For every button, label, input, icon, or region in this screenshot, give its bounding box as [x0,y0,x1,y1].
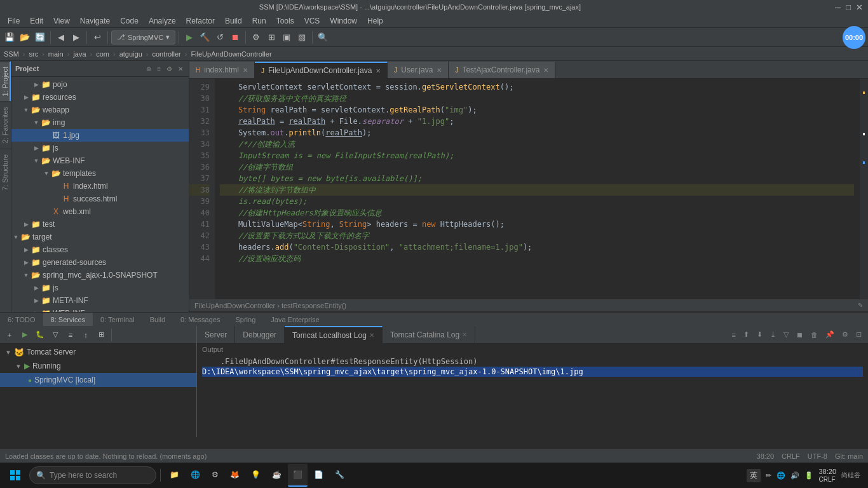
run-button[interactable]: ▶ [182,30,196,44]
service-tab-javaee[interactable]: Java Enterprise [263,313,327,327]
srv-item-running[interactable]: ▼ ▶ Running [0,359,196,373]
srv-group[interactable]: ≡ [64,328,78,342]
tree-item-webxml[interactable]: X web.xml [11,205,189,218]
panel-label-structure[interactable]: 7: Structure [0,149,11,196]
tree-arrow-target[interactable]: ▼ [11,234,20,240]
btm-tool-pin[interactable]: 📌 [823,329,837,340]
sidebar-tool-3[interactable]: ⚙ [165,65,174,73]
minimize-button[interactable]: ─ [835,3,841,12]
tree-arrow-js2[interactable]: ▶ [32,285,41,291]
service-tab-todo[interactable]: 6: TODO [0,313,43,327]
srv-add[interactable]: + [3,328,17,342]
taskbar-volume-icon[interactable]: 🔊 [790,471,799,480]
panel-label-project[interactable]: 1: Project [0,61,11,101]
tree-item-classes[interactable]: ▶ 📁 classes [11,243,189,256]
tree-item-templates[interactable]: ▼ 📂 templates [11,167,189,180]
tree-item-success-html[interactable]: H success.html [11,193,189,205]
tree-item-resources[interactable]: ▶ 📁 resources [11,91,189,104]
tab-filepandown[interactable]: J FileUpAndDownController.java ✕ [255,62,388,78]
taskbar-battery-icon[interactable]: 🔋 [804,471,813,480]
taskbar-network-icon[interactable]: 🌐 [776,471,785,480]
tree-item-webinf2[interactable]: ▶ 📁 WEB-INF [11,307,189,312]
btm-tab-server[interactable]: Server [197,326,235,344]
btm-tool-clear[interactable]: 🗑 [808,330,820,340]
nav-part-ssm[interactable]: SSM [4,50,19,58]
menu-item-run[interactable]: Run [247,15,271,27]
menu-item-file[interactable]: File [3,15,25,27]
tree-item-target[interactable]: ▼ 📂 target [11,231,189,243]
tab-testajax[interactable]: J TestAjaxController.java ✕ [449,62,555,78]
taskbar-app-fox[interactable]: 🦊 [225,464,245,487]
btm-tab-localhost[interactable]: Tomcat Localhost Log ✕ [285,326,383,344]
srv-expand[interactable]: ⊞ [94,328,108,342]
nav-part-class[interactable]: FileUpAndDownController [191,50,271,58]
menu-item-code[interactable]: Code [115,15,144,27]
tree-arrow-test[interactable]: ▶ [22,221,31,227]
srv-arrow-running[interactable]: ▼ [15,363,22,370]
menu-item-edit[interactable]: Edit [25,15,48,27]
taskbar-ime-icon[interactable]: ✏ [766,471,771,480]
menu-item-tools[interactable]: Tools [271,15,299,27]
menu-item-window[interactable]: Window [325,15,362,27]
nav-part-java[interactable]: java [73,50,86,58]
tree-item-generated[interactable]: ▶ 📁 generated-sources [11,256,189,269]
tab-close-file[interactable]: ✕ [376,67,381,74]
nav-part-controller[interactable]: controller [152,50,180,58]
menu-item-help[interactable]: Help [362,15,388,27]
nav-part-src[interactable]: src [29,50,39,58]
srv-debug[interactable]: 🐛 [33,328,47,342]
srv-sort[interactable]: ↕ [79,328,93,342]
tree-arrow-webapp[interactable]: ▼ [22,107,31,113]
tree-item-webinf[interactable]: ▼ 📂 WEB-INF [11,154,189,167]
tree-item-test[interactable]: ▶ 📁 test [11,218,189,231]
tree-item-js2[interactable]: ▶ 📁 js [11,281,189,294]
toolbar-build[interactable]: 🔨 [198,30,212,44]
toolbar-sync[interactable]: 🔄 [33,30,47,44]
menu-item-refactor[interactable]: Refactor [181,15,220,27]
toolbar-search[interactable]: 🔍 [316,30,330,44]
menu-item-build[interactable]: Build [220,15,247,27]
tab-index-html[interactable]: H index.html ✕ [189,62,255,78]
nav-part-main[interactable]: main [48,50,64,58]
taskbar-app-idea[interactable]: 💡 [246,464,266,487]
btm-tool-external[interactable]: ⊡ [853,329,864,340]
srv-filter[interactable]: ▽ [48,328,62,342]
service-tab-build[interactable]: Build [142,313,173,327]
start-button[interactable] [3,464,28,487]
taskbar-app-edge[interactable]: 🌐 [186,464,205,487]
btm-tool-wrap[interactable]: ≡ [729,330,738,340]
service-tab-messages[interactable]: 0: Messages [173,313,227,327]
tab-close-index[interactable]: ✕ [243,67,248,74]
tree-arrow-pojo[interactable]: ▶ [32,81,41,88]
taskbar-app-active[interactable]: ⬛ [288,464,308,487]
nav-part-atguigu[interactable]: atguigu [119,50,142,58]
tab-close-user[interactable]: ✕ [437,67,442,74]
srv-item-tomcat[interactable]: ▼ 🐱 Tomcat Server [0,345,196,359]
tree-item-metainf[interactable]: ▶ 📁 META-INF [11,294,189,307]
menu-item-vcs[interactable]: VCS [299,15,325,27]
service-tab-services[interactable]: 8: Services [43,313,93,327]
tree-arrow-webinf[interactable]: ▼ [32,158,41,164]
tree-item-webapp[interactable]: ▼ 📂 webapp [11,104,189,116]
srv-arrow-tomcat[interactable]: ▼ [5,349,11,356]
menu-item-view[interactable]: View [48,15,75,27]
taskbar-app-extra2[interactable]: 🔧 [330,464,349,487]
service-tab-spring[interactable]: Spring [227,313,263,327]
service-tab-terminal[interactable]: 0: Terminal [93,313,142,327]
taskbar-app-extra1[interactable]: 📄 [309,464,329,487]
btm-tool-filter[interactable]: ▽ [781,329,791,340]
toolbar-forward[interactable]: ▶ [69,30,83,44]
toolbar-save[interactable]: 💾 [3,30,17,44]
btm-close-localhost[interactable]: ✕ [369,332,374,339]
sidebar-tool-2[interactable]: ≡ [155,65,163,73]
panel-label-favorites[interactable]: 2: Favorites [0,101,11,148]
tab-user[interactable]: J User.java ✕ [388,62,449,78]
toolbar-open[interactable]: 📂 [18,30,32,44]
toolbar-reload[interactable]: ↺ [213,30,227,44]
btm-tool-scroll-dn[interactable]: ⬇ [754,329,765,340]
toolbar-extra1[interactable]: ⚙ [249,30,263,44]
btm-tab-debugger[interactable]: Debugger [235,326,285,344]
tree-arrow-classes[interactable]: ▶ [22,247,31,253]
toolbar-extra2[interactable]: ⊞ [264,30,278,44]
srv-run[interactable]: ▶ [18,328,32,342]
